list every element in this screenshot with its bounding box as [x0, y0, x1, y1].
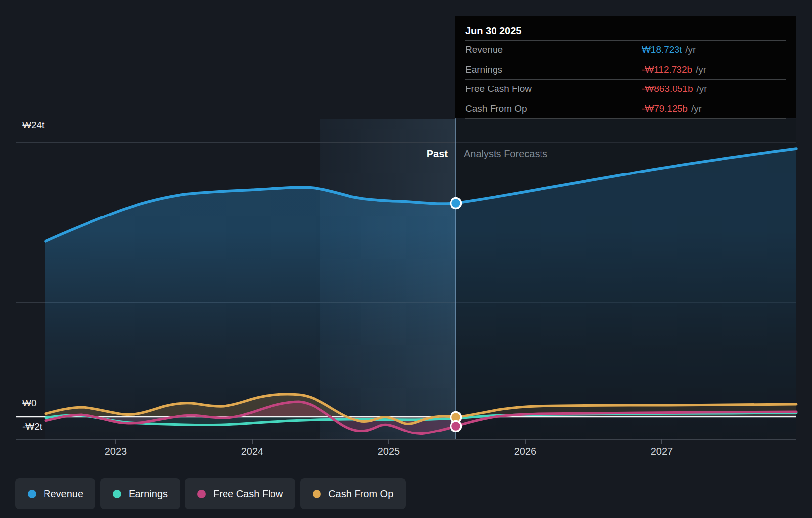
- legend-label: Cash From Op: [328, 488, 393, 500]
- legend: Revenue Earnings Free Cash Flow Cash Fro…: [15, 478, 406, 509]
- y-axis-label-24t: ₩24t: [22, 120, 44, 130]
- tooltip-suffix: /yr: [685, 44, 696, 55]
- tooltip-value: ₩18.723t: [642, 44, 682, 55]
- legend-item-cash-from-op[interactable]: Cash From Op: [300, 478, 406, 509]
- free-cash-flow-marker[interactable]: [451, 421, 461, 432]
- tooltip-suffix: /yr: [696, 64, 706, 75]
- past-label: Past: [346, 148, 448, 160]
- tooltip-row-cash-from-op: Cash From Op -₩79.125b /yr: [465, 99, 786, 119]
- x-axis-label-2027: 2027: [637, 446, 686, 457]
- hover-tooltip: Jun 30 2025 Revenue ₩18.723t /yr Earning…: [455, 16, 796, 118]
- tooltip-label: Revenue: [465, 44, 642, 55]
- legend-item-earnings[interactable]: Earnings: [100, 478, 180, 509]
- legend-label: Revenue: [44, 488, 83, 500]
- tooltip-row-free-cash-flow: Free Cash Flow -₩863.051b /yr: [465, 80, 786, 99]
- forecast-region-overlay: [456, 119, 796, 439]
- y-axis-label-0: ₩0: [22, 398, 37, 409]
- revenue-dot-icon: [28, 490, 36, 498]
- legend-item-free-cash-flow[interactable]: Free Cash Flow: [185, 478, 295, 509]
- tooltip-row-earnings: Earnings -₩112.732b /yr: [465, 60, 786, 80]
- tooltip-suffix: /yr: [691, 103, 702, 114]
- revenue-marker[interactable]: [451, 198, 461, 209]
- x-axis-label-2025: 2025: [364, 446, 413, 457]
- tooltip-suffix: /yr: [696, 84, 707, 94]
- tooltip-label: Cash From Op: [465, 103, 642, 114]
- analysts-forecasts-label: Analysts Forecasts: [464, 148, 547, 160]
- x-axis-label-2026: 2026: [500, 446, 550, 457]
- x-axis-ticks: [116, 439, 662, 444]
- tooltip-label: Earnings: [465, 64, 642, 75]
- tooltip-row-revenue: Revenue ₩18.723t /yr: [465, 41, 786, 60]
- growth-chart-page: ₩24t ₩0 -₩2t Past Analysts Forecasts 202…: [0, 0, 812, 518]
- legend-label: Earnings: [129, 488, 168, 500]
- earnings-dot-icon: [113, 490, 121, 498]
- tooltip-value: -₩79.125b: [642, 103, 688, 114]
- legend-item-revenue[interactable]: Revenue: [15, 478, 95, 509]
- tooltip-label: Free Cash Flow: [465, 84, 642, 94]
- legend-label: Free Cash Flow: [213, 488, 283, 500]
- x-axis-label-2024: 2024: [227, 446, 277, 457]
- y-axis-label-neg2t: -₩2t: [22, 421, 42, 432]
- tooltip-value: -₩863.051b: [642, 84, 693, 94]
- tooltip-date: Jun 30 2025: [465, 21, 786, 41]
- tooltip-value: -₩112.732b: [642, 64, 692, 75]
- x-axis-label-2023: 2023: [91, 446, 140, 457]
- cash-from-op-dot-icon: [313, 490, 321, 498]
- free-cash-flow-dot-icon: [197, 490, 206, 498]
